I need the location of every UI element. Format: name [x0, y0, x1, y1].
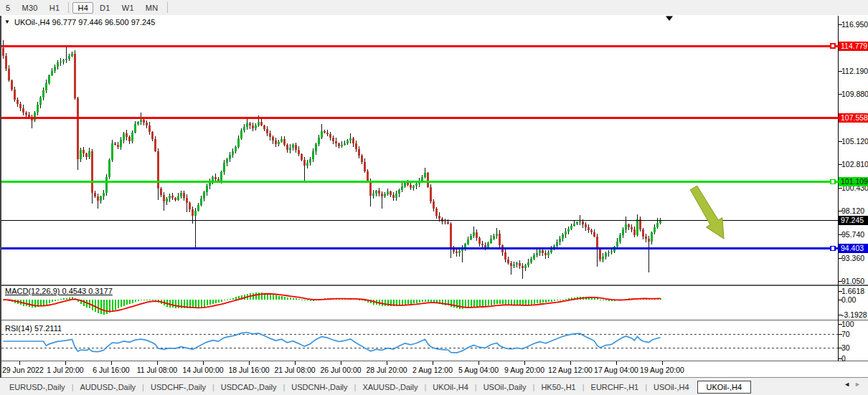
candle-body	[163, 195, 165, 201]
line-handle[interactable]	[831, 44, 835, 48]
line-handle[interactable]	[831, 180, 835, 184]
candle-body	[151, 132, 154, 139]
macd-bar	[505, 300, 506, 305]
chart-tab-eurusd-daily[interactable]: EURUSD-,Daily	[3, 381, 72, 394]
chart-tab-hk50-h1[interactable]: HK50-,H1	[534, 381, 582, 394]
macd-bar	[307, 300, 308, 300]
macd-bar	[534, 300, 535, 304]
macd-bar	[66, 298, 67, 300]
candle-body	[128, 137, 131, 141]
candle-body	[237, 138, 240, 147]
candle-body	[390, 191, 392, 194]
candle-body	[192, 209, 194, 216]
macd-bar	[29, 300, 30, 307]
timeframe-button-d1[interactable]: D1	[95, 2, 115, 14]
candle-body	[559, 239, 561, 243]
tab-scroll-right-icon[interactable]: ►	[854, 381, 865, 388]
timeframe-button-h4[interactable]: H4	[72, 2, 93, 14]
chart-tab-ukoil-h4-active[interactable]: UKOil-,H4	[697, 381, 752, 394]
timeframe-button-w1[interactable]: W1	[117, 2, 139, 14]
candle-body	[412, 186, 415, 188]
candle-body	[332, 138, 334, 141]
tab-scroll-left-icon[interactable]: ◄	[844, 381, 854, 388]
candle-body	[77, 98, 79, 159]
chart-surface[interactable]	[0, 15, 868, 378]
price-level-badge-resistance-1: 114.779	[839, 42, 868, 51]
macd-bar	[43, 300, 44, 305]
one-click-trading-toggle-icon[interactable]: ▼	[4, 19, 10, 25]
chart-tab-eurchf-h1[interactable]: EURCHF-,H1	[585, 381, 646, 394]
macd-bar	[557, 300, 558, 300]
macd-bar	[83, 300, 85, 306]
date-axis-label: 14 Jul 00:00	[182, 366, 223, 374]
candle-body	[51, 71, 53, 75]
candle-body	[160, 189, 162, 195]
candle-body	[421, 177, 423, 181]
macd-bar	[416, 300, 418, 303]
macd-bar	[227, 300, 228, 300]
chart-tab-xauusd-daily[interactable]: XAUUSD-,Daily	[356, 381, 424, 394]
macd-bar	[126, 300, 128, 305]
rsi-axis-tick: 70	[841, 330, 850, 338]
candle-body	[628, 224, 630, 227]
price-level-badge-support-green: 101.109	[839, 177, 868, 186]
chart-tab-usdchf-daily[interactable]: USDCHF-,Daily	[144, 381, 212, 394]
candle-body	[648, 239, 650, 241]
candle-body	[499, 234, 501, 246]
timeframe-button-h1[interactable]: H1	[44, 2, 65, 14]
price-axis-tick: 116.950	[841, 20, 868, 29]
price-axis-tick: 102.810	[841, 160, 868, 168]
candle-body	[11, 80, 13, 90]
candle-body	[91, 151, 93, 193]
chart-tab-audusd-daily[interactable]: AUDUSD-,Daily	[73, 381, 142, 394]
macd-bar	[57, 300, 59, 300]
macd-bar	[422, 300, 423, 302]
macd-bar	[98, 300, 99, 313]
date-axis-label: 21 Jul 08:00	[274, 366, 315, 374]
price-axis-tick: 112.190	[841, 67, 868, 75]
candle-body	[582, 222, 584, 224]
candle-body	[392, 195, 395, 198]
chart-tab-usdcnh-daily[interactable]: USDCNH-,Daily	[285, 381, 354, 394]
macd-indicator-label: MACD(12,26,9) 0.4543 0.3177	[5, 287, 113, 295]
timeframe-button-5[interactable]: 5	[1, 2, 15, 14]
candle-body	[585, 224, 587, 227]
candle-body	[306, 163, 308, 166]
candle-body	[487, 243, 489, 247]
candle-body	[263, 125, 265, 129]
candle-body	[527, 262, 529, 265]
macd-bar	[275, 295, 277, 300]
chart-tab-usoil-daily[interactable]: USOil-,Daily	[477, 381, 533, 394]
candle-body	[65, 59, 67, 60]
date-axis-label: 26 Jul 00:00	[320, 366, 361, 374]
timeframe-button-m30[interactable]: M30	[16, 2, 42, 14]
candle-body	[14, 90, 16, 99]
macd-bar	[123, 300, 125, 306]
macd-bar	[405, 300, 406, 305]
timeframe-toolbar: 5M30H1H4D1W1MN	[0, 0, 868, 16]
candle-body	[539, 250, 541, 252]
date-axis-label: 12 Aug 12:00	[548, 366, 593, 374]
date-axis-label: 9 Aug 20:00	[504, 366, 544, 374]
candle-body	[654, 227, 656, 232]
date-axis-label: 18 Jul 16:00	[228, 366, 269, 374]
timeframe-button-mn[interactable]: MN	[141, 2, 164, 14]
candle-body	[516, 263, 518, 265]
candle-body	[249, 123, 251, 125]
macd-bar	[425, 300, 426, 302]
candle-body	[355, 143, 357, 149]
macd-axis-tick: 0.00	[841, 295, 856, 304]
macd-bar	[430, 300, 432, 302]
chart-tab-ukoil-h4[interactable]: UKOil-,H4	[426, 381, 475, 394]
tab-scroll-arrows: ◄►	[844, 381, 865, 388]
candle-body	[404, 183, 406, 186]
chart-tab-usdcad-daily[interactable]: USDCAD-,Daily	[214, 381, 283, 394]
candle-body	[645, 237, 647, 239]
macd-bar	[488, 300, 489, 305]
chart-tab-usoil-h4[interactable]: USOil-,H4	[647, 381, 696, 394]
candle-body	[570, 226, 572, 228]
candle-body	[504, 252, 506, 260]
line-handle[interactable]	[831, 246, 835, 250]
candle-body	[34, 113, 36, 120]
candle-body	[71, 54, 73, 56]
